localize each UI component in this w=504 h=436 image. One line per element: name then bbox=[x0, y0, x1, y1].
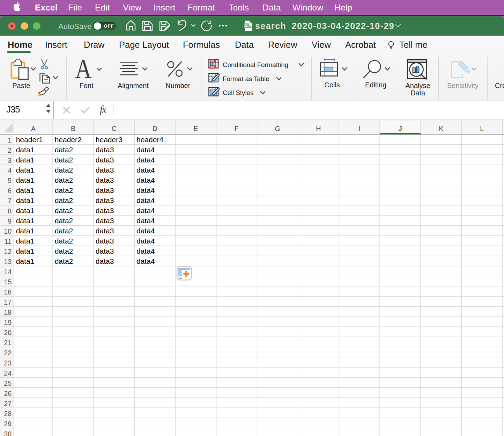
svg-text:data4: data4 bbox=[136, 257, 155, 265]
svg-text:28: 28 bbox=[4, 409, 12, 417]
svg-text:19: 19 bbox=[4, 318, 12, 326]
svg-text:data4: data4 bbox=[136, 156, 155, 164]
svg-text:18: 18 bbox=[4, 308, 12, 316]
svg-text:data4: data4 bbox=[136, 226, 155, 234]
svg-text:data2: data2 bbox=[55, 237, 73, 245]
svg-text:data3: data3 bbox=[96, 176, 114, 184]
svg-text:20: 20 bbox=[4, 328, 12, 336]
svg-text:data3: data3 bbox=[96, 216, 114, 224]
svg-text:25: 25 bbox=[4, 379, 12, 387]
svg-text:26: 26 bbox=[4, 389, 12, 397]
svg-text:data3: data3 bbox=[96, 166, 114, 174]
svg-text:30: 30 bbox=[4, 430, 12, 436]
svg-text:L: L bbox=[480, 124, 484, 132]
svg-text:data3: data3 bbox=[96, 247, 114, 255]
svg-text:4: 4 bbox=[8, 167, 12, 174]
svg-text:data4: data4 bbox=[136, 166, 155, 174]
svg-text:data4: data4 bbox=[136, 186, 155, 194]
svg-text:9: 9 bbox=[8, 217, 12, 225]
svg-text:10: 10 bbox=[4, 227, 12, 235]
svg-text:F: F bbox=[235, 124, 239, 132]
svg-text:data1: data1 bbox=[16, 196, 35, 204]
svg-text:data1: data1 bbox=[16, 247, 35, 255]
svg-text:data3: data3 bbox=[96, 257, 114, 265]
svg-text:C: C bbox=[112, 124, 117, 132]
svg-text:data2: data2 bbox=[55, 226, 73, 234]
svg-text:D: D bbox=[153, 124, 157, 132]
svg-text:data1: data1 bbox=[16, 257, 35, 265]
svg-text:data3: data3 bbox=[96, 186, 114, 194]
svg-text:data2: data2 bbox=[55, 156, 73, 164]
svg-text:header2: header2 bbox=[55, 136, 82, 144]
svg-text:data3: data3 bbox=[96, 146, 114, 154]
svg-text:data2: data2 bbox=[55, 166, 73, 174]
svg-text:B: B bbox=[71, 124, 75, 132]
svg-text:data4: data4 bbox=[136, 206, 155, 214]
svg-text:header1: header1 bbox=[16, 136, 43, 144]
svg-text:data4: data4 bbox=[136, 176, 155, 184]
svg-text:2: 2 bbox=[8, 146, 12, 154]
svg-text:11: 11 bbox=[5, 238, 12, 245]
svg-text:data4: data4 bbox=[136, 216, 155, 224]
svg-text:7: 7 bbox=[8, 197, 12, 205]
svg-text:8: 8 bbox=[8, 207, 12, 215]
svg-text:data2: data2 bbox=[55, 146, 73, 154]
svg-text:data1: data1 bbox=[16, 216, 35, 224]
svg-text:data2: data2 bbox=[55, 176, 73, 184]
svg-text:data3: data3 bbox=[96, 156, 114, 164]
svg-text:A: A bbox=[75, 59, 92, 79]
svg-text:24: 24 bbox=[4, 369, 12, 377]
svg-text:13: 13 bbox=[4, 258, 12, 266]
svg-text:data1: data1 bbox=[16, 186, 35, 194]
svg-text:data1: data1 bbox=[16, 176, 35, 184]
svg-text:27: 27 bbox=[4, 399, 12, 407]
svg-text:data2: data2 bbox=[55, 216, 73, 224]
svg-text:data1: data1 bbox=[16, 156, 35, 164]
svg-text:data1: data1 bbox=[16, 226, 35, 234]
svg-text:data1: data1 bbox=[16, 146, 35, 154]
svg-text:data2: data2 bbox=[55, 257, 73, 265]
svg-text:data2: data2 bbox=[55, 206, 73, 214]
svg-text:23: 23 bbox=[4, 359, 12, 366]
svg-text:data3: data3 bbox=[96, 226, 114, 234]
svg-text:header3: header3 bbox=[96, 136, 123, 144]
svg-text:22: 22 bbox=[4, 349, 12, 356]
svg-text:14: 14 bbox=[4, 268, 12, 275]
svg-text:E: E bbox=[193, 124, 198, 132]
svg-text:data3: data3 bbox=[96, 196, 114, 204]
svg-text:data3: data3 bbox=[96, 206, 114, 214]
svg-text:5: 5 bbox=[8, 177, 12, 184]
svg-text:data4: data4 bbox=[136, 237, 155, 245]
svg-text:21: 21 bbox=[4, 339, 12, 346]
svg-text:data4: data4 bbox=[136, 146, 155, 154]
svg-text:data4: data4 bbox=[136, 196, 155, 204]
svg-text:29: 29 bbox=[4, 420, 12, 427]
svg-text:16: 16 bbox=[4, 288, 12, 296]
svg-text:12: 12 bbox=[4, 248, 12, 255]
svg-text:17: 17 bbox=[4, 298, 12, 306]
svg-text:A: A bbox=[31, 124, 36, 132]
svg-text:3: 3 bbox=[8, 157, 12, 164]
svg-text:data3: data3 bbox=[96, 237, 114, 245]
svg-text:K: K bbox=[439, 124, 443, 132]
svg-text:data1: data1 bbox=[16, 206, 35, 214]
svg-text:J: J bbox=[398, 124, 402, 132]
svg-text:data2: data2 bbox=[55, 196, 73, 204]
svg-text:data4: data4 bbox=[136, 247, 155, 255]
svg-text:data1: data1 bbox=[16, 237, 35, 245]
svg-text:data2: data2 bbox=[55, 186, 73, 194]
svg-text:15: 15 bbox=[4, 278, 12, 285]
svg-text:I: I bbox=[358, 124, 360, 132]
svg-text:6: 6 bbox=[8, 187, 12, 195]
svg-text:1: 1 bbox=[8, 136, 12, 144]
svg-text:header4: header4 bbox=[136, 136, 163, 144]
svg-text:G: G bbox=[275, 124, 280, 132]
svg-text:H: H bbox=[316, 124, 321, 132]
svg-text:a,: a, bbox=[249, 23, 252, 29]
svg-text:data2: data2 bbox=[55, 247, 73, 255]
svg-text:data1: data1 bbox=[16, 166, 35, 174]
